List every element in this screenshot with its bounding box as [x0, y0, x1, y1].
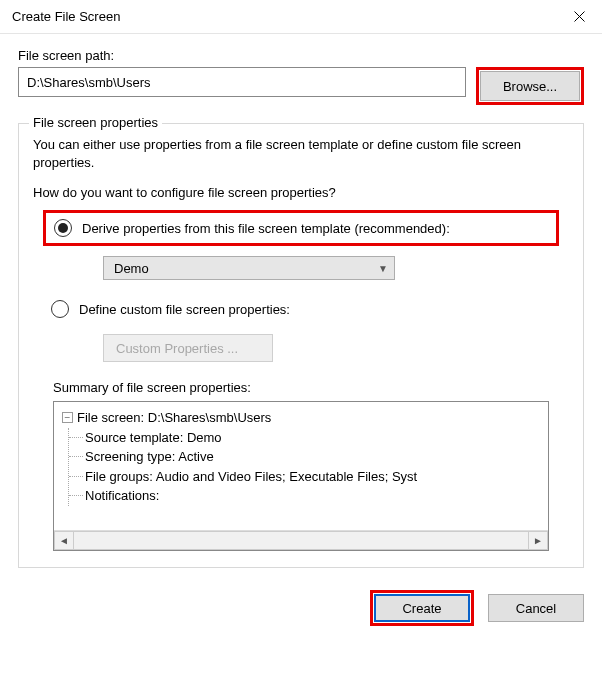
- browse-button[interactable]: Browse...: [480, 71, 580, 101]
- window-title: Create File Screen: [12, 9, 556, 24]
- close-icon: [574, 11, 585, 22]
- properties-group: File screen properties You can either us…: [18, 123, 584, 568]
- tree-root-label: File screen: D:\Shares\smb\Users: [77, 408, 271, 428]
- path-input[interactable]: [18, 67, 466, 97]
- tree-item: File groups: Audio and Video Files; Exec…: [69, 467, 544, 487]
- highlight-derive-option: Derive properties from this file screen …: [43, 210, 559, 246]
- summary-label: Summary of file screen properties:: [53, 380, 569, 395]
- scroll-left-icon[interactable]: ◄: [54, 531, 74, 550]
- custom-button-row: Custom Properties ...: [103, 334, 569, 362]
- template-dropdown[interactable]: Demo ▼: [103, 256, 395, 280]
- titlebar: Create File Screen: [0, 0, 602, 34]
- highlight-create: Create: [370, 590, 474, 626]
- radio-custom[interactable]: [51, 300, 69, 318]
- highlight-browse: Browse...: [476, 67, 584, 105]
- custom-option-row: Define custom file screen properties:: [43, 294, 559, 324]
- properties-description: You can either use properties from a fil…: [33, 136, 569, 171]
- chevron-down-icon: ▼: [378, 263, 388, 274]
- tree-item: Notifications:: [69, 486, 544, 506]
- template-row: Demo ▼: [103, 256, 569, 280]
- tree-children: Source template: Demo Screening type: Ac…: [68, 428, 544, 506]
- radio-custom-label: Define custom file screen properties:: [79, 302, 290, 317]
- summary-tree: − File screen: D:\Shares\smb\Users Sourc…: [54, 402, 548, 530]
- summary-box: − File screen: D:\Shares\smb\Users Sourc…: [53, 401, 549, 551]
- radio-derive[interactable]: [54, 219, 72, 237]
- tree-collapse-icon[interactable]: −: [62, 412, 73, 423]
- path-row: Browse...: [18, 67, 584, 105]
- tree-item: Source template: Demo: [69, 428, 544, 448]
- tree-item: Screening type: Active: [69, 447, 544, 467]
- dialog-content: File screen path: Browse... File screen …: [0, 34, 602, 568]
- template-selected-value: Demo: [114, 261, 149, 276]
- radio-derive-label: Derive properties from this file screen …: [82, 221, 450, 236]
- path-label: File screen path:: [18, 48, 584, 63]
- cancel-button[interactable]: Cancel: [488, 594, 584, 622]
- close-button[interactable]: [556, 0, 602, 34]
- horizontal-scrollbar[interactable]: ◄ ►: [54, 530, 548, 550]
- properties-legend: File screen properties: [29, 115, 162, 130]
- create-button[interactable]: Create: [374, 594, 470, 622]
- custom-properties-button: Custom Properties ...: [103, 334, 273, 362]
- configure-question: How do you want to configure file screen…: [33, 185, 569, 200]
- scroll-track[interactable]: [74, 531, 528, 550]
- scroll-right-icon[interactable]: ►: [528, 531, 548, 550]
- tree-root[interactable]: − File screen: D:\Shares\smb\Users: [62, 408, 544, 428]
- dialog-button-row: Create Cancel: [0, 568, 602, 626]
